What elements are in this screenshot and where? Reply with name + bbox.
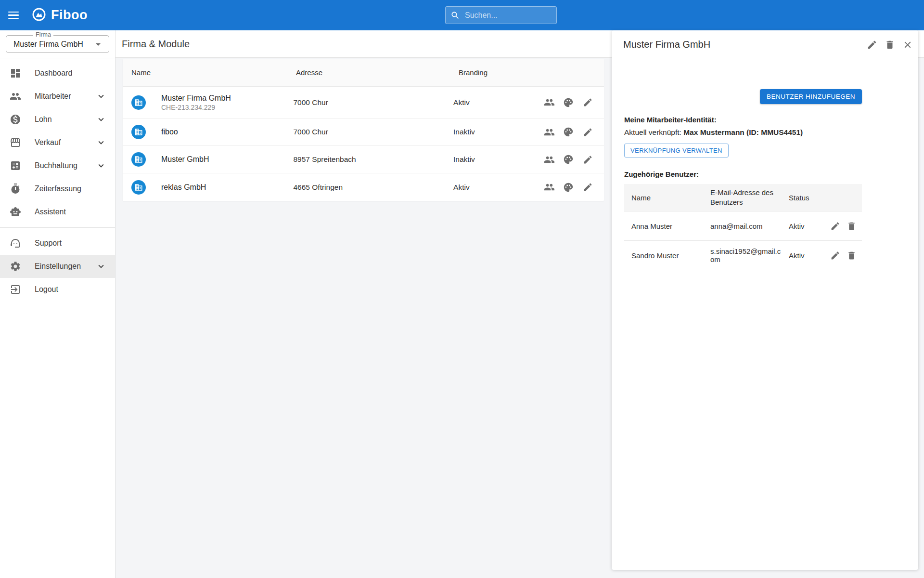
edit-button[interactable] [582,182,593,193]
linked-identity-line: Aktuell verknüpft: Max Mustermann (ID: M… [624,128,862,137]
sidebar-item-mitarbeiter[interactable]: Mitarbeiter [0,85,115,108]
search-icon [450,11,460,20]
company-address: 8957 Spreitenbach [294,155,454,164]
sidebar-item-einstellungen[interactable]: Einstellungen [0,255,115,278]
company-detail-panel: Muster Firma GmbH BENUTZER HINZUFUEGEN M… [612,30,918,570]
company-name: reklas GmbH [161,183,206,192]
company-name: Muster Firma GmbH [161,93,231,103]
search-input[interactable] [465,11,565,20]
column-header-name: Name [131,68,296,77]
sidebar-item-assistent[interactable]: Assistent [0,200,115,223]
panel-delete-button[interactable] [884,39,896,51]
users-button[interactable] [543,154,555,165]
sidebar-item-logout[interactable]: Logout [0,278,115,301]
timer-icon [10,183,21,195]
edit-button[interactable] [582,154,593,165]
palette-icon [563,182,574,193]
fiboo-logo-icon [32,7,46,24]
branding-button[interactable] [563,154,574,165]
sidebar-item-label: Lohn [35,115,52,124]
sidebar-item-label: Mitarbeiter [35,92,71,101]
user-edit-button[interactable] [829,220,841,232]
manage-link-button[interactable]: VERKNÜPFUNG VERWALTEN [624,144,729,158]
users-heading: Zugehörige Benutzer: [624,170,862,178]
table-row[interactable]: Muster GmbH 8957 Spreitenbach Inaktiv [123,146,604,173]
palette-icon [563,154,574,165]
user-row: Anna Muster anna@mail.com Aktiv [624,211,862,241]
sidebar-item-label: Einstellungen [35,262,81,271]
column-header-adresse: Adresse [296,68,459,77]
pencil-icon [583,97,593,107]
users-table: Name E-Mail-Adresse des Benutzers Status… [624,184,862,270]
branding-button[interactable] [563,126,574,138]
sidebar-nav: Dashboard Mitarbeiter Lohn Verkauf [0,58,115,223]
linked-value: Max Mustermann (ID: MMUS4451) [683,128,803,136]
edit-button[interactable] [582,97,593,108]
company-address: 7000 Chur [294,128,454,136]
company-select-label: Firma [33,31,53,38]
sidebar-item-buchhaltung[interactable]: Buchhaltung [0,154,115,177]
branding-button[interactable] [563,182,574,193]
app-window: Fiboo Firma Muster Firma GmbH Dashboard [0,0,924,578]
close-icon [902,39,913,50]
branding-status: Aktiv [453,98,543,107]
add-user-button[interactable]: BENUTZER HINZUFUEGEN [760,89,862,104]
column-header-status: Status [789,194,829,202]
group-icon [544,97,555,108]
panel-close-button[interactable] [902,39,913,51]
table-row[interactable]: reklas GmbH 4665 Oftringen Aktiv [123,173,604,201]
pencil-icon [830,221,840,231]
company-uid: CHE-213.234.229 [161,103,231,112]
sidebar-item-support[interactable]: Support [0,232,115,255]
sidebar-item-verkauf[interactable]: Verkauf [0,131,115,154]
trash-icon [847,221,857,231]
chevron-down-icon [96,137,106,148]
palette-icon [563,127,574,137]
chevron-down-icon [96,114,106,125]
table-row[interactable]: fiboo 7000 Chur Inaktiv [123,118,604,146]
sidebar-item-label: Buchhaltung [35,161,77,170]
user-name: Sandro Muster [631,251,710,260]
panel-title: Muster Firma GmbH [623,39,866,50]
sidebar-footer-nav: Support Einstellungen Logout [0,228,115,301]
pencil-icon [830,250,840,261]
company-address: 7000 Chur [294,98,454,107]
company-select[interactable]: Firma Muster Firma GmbH [6,35,109,53]
users-table-header: Name E-Mail-Adresse des Benutzers Status [624,184,862,211]
hamburger-menu-button[interactable] [4,6,23,25]
edit-button[interactable] [582,126,593,138]
company-name: fiboo [161,127,178,137]
storefront-icon [10,137,21,148]
sidebar-item-lohn[interactable]: Lohn [0,108,115,131]
pencil-icon [583,127,593,137]
user-delete-button[interactable] [846,250,857,261]
sidebar-item-label: Dashboard [35,69,72,78]
user-email: anna@mail.com [710,222,789,230]
company-building-icon [131,125,146,139]
headset-icon [10,237,21,249]
users-button[interactable] [543,126,555,138]
sidebar-item-label: Support [35,239,62,248]
panel-content: BENUTZER HINZUFUEGEN Meine Mitarbeiter-I… [612,59,918,270]
panel-edit-button[interactable] [866,39,878,51]
chevron-down-icon [96,91,106,102]
sidebar-item-dashboard[interactable]: Dashboard [0,62,115,85]
calculator-icon [10,160,21,171]
column-header-email: E-Mail-Adresse des Benutzers [710,184,789,211]
group-icon [544,182,555,193]
company-table-header: Name Adresse Branding [123,59,604,87]
company-address: 4665 Oftringen [294,183,454,192]
column-header-name: Name [631,194,710,202]
users-button[interactable] [543,182,555,193]
group-icon [544,127,555,138]
palette-icon [563,97,574,108]
company-building-icon [131,180,146,195]
logout-icon [10,284,21,295]
branding-button[interactable] [563,97,574,108]
user-delete-button[interactable] [846,220,857,232]
user-edit-button[interactable] [829,250,841,261]
table-row[interactable]: Muster Firma GmbH CHE-213.234.229 7000 C… [123,87,604,118]
users-button[interactable] [543,97,555,108]
pencil-icon [867,39,877,50]
sidebar-item-zeiterfassung[interactable]: Zeiterfassung [0,177,115,200]
